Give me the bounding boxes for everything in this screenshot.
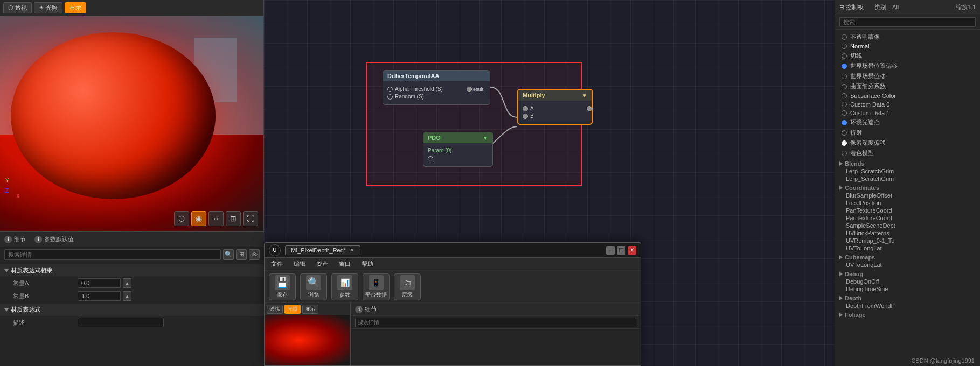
show-button[interactable]: 显示 xyxy=(65,2,86,13)
right-search-input[interactable] xyxy=(839,17,976,27)
mini-lighting-btn[interactable]: 光照 xyxy=(284,305,301,314)
world-tool-button[interactable]: ⊞ xyxy=(226,211,241,226)
bottom-viewport-mini[interactable]: 透视 光照 显示 xyxy=(265,303,351,365)
depth-from-world[interactable]: DepthFromWorldP xyxy=(835,302,980,309)
coord-localpos[interactable]: LocalPosition xyxy=(835,199,980,207)
window-minimize-button[interactable]: － xyxy=(606,246,615,255)
category-coordinates[interactable]: Coordinates xyxy=(835,184,980,192)
bottom-menubar: 文件 编辑 资产 窗口 帮助 xyxy=(265,258,641,271)
right-item-world-disp[interactable]: 世界场景位移 xyxy=(835,71,980,81)
constant-a-input[interactable] xyxy=(78,278,121,288)
blends-item-lerp1[interactable]: Lerp_ScratchGrim xyxy=(835,167,980,175)
section-material-multiply[interactable]: 材质表达式相乘 xyxy=(0,264,264,277)
right-panel: ⊞ 控制板 类别：All 缩放1:1 不透明蒙像 Normal 切线 世界场景位… xyxy=(835,0,980,366)
bottom-props-search xyxy=(351,316,641,329)
blends-item-lerp2[interactable]: Lerp_ScratchGrim xyxy=(835,175,980,182)
lighting-button[interactable]: ☀ 光照 xyxy=(34,2,62,13)
save-label: 保存 xyxy=(277,291,288,299)
properties-search-input[interactable] xyxy=(4,249,221,260)
snap-tool-button[interactable]: ⛶ xyxy=(243,211,258,226)
right-item-opacity[interactable]: 不透明蒙像 xyxy=(835,32,980,42)
dot-custom1 xyxy=(842,110,847,116)
description-input[interactable] xyxy=(78,318,164,327)
rotate-tool-button[interactable]: ◉ xyxy=(191,211,206,226)
scale-tool-button[interactable]: ↔ xyxy=(208,211,224,226)
pdo-out-pin[interactable] xyxy=(428,156,433,161)
coord-uvtolonglat[interactable]: UVToLongLat xyxy=(835,244,980,252)
category-blends[interactable]: Blends xyxy=(835,159,980,167)
menu-window[interactable]: 窗口 xyxy=(337,259,353,269)
bottom-search-input[interactable] xyxy=(355,318,636,327)
description-label: 描述 xyxy=(13,319,78,327)
node-multiply[interactable]: Multiply ▼ A B xyxy=(517,89,593,125)
search-icon-button[interactable]: 🔍 xyxy=(223,249,234,260)
constant-b-input[interactable] xyxy=(78,291,121,301)
right-item-pixel-depth[interactable]: 像素深度偏移 xyxy=(835,138,980,148)
right-item-refraction[interactable]: 折射 xyxy=(835,128,980,138)
dither-title: DitherTemporalAA xyxy=(387,73,439,79)
debug-onoff[interactable]: DebugOnOff xyxy=(835,278,980,285)
constant-b-spin[interactable]: ▲ xyxy=(123,291,131,301)
grid-view-button[interactable]: ⊞ xyxy=(236,249,247,260)
window-maximize-button[interactable]: □ xyxy=(617,246,625,255)
right-item-tangent[interactable]: 切线 xyxy=(835,51,980,61)
right-item-subsurface[interactable]: Subsurface Color xyxy=(835,92,980,100)
category-debug[interactable]: Debug xyxy=(835,270,980,278)
window-tab-active[interactable]: MI_PixelDepth_Red* ✕ xyxy=(285,245,360,255)
params-label: 参数 xyxy=(339,291,350,299)
pin-b-in[interactable] xyxy=(523,114,528,119)
pin-alpha-threshold-in[interactable] xyxy=(387,87,393,92)
menu-assets[interactable]: 资产 xyxy=(314,259,330,269)
node-dither-temporal-aa[interactable]: DitherTemporalAA Alpha Threshold (S) Res… xyxy=(383,70,490,105)
viewport-canvas[interactable]: X Y Z ⬡ ◉ ↔ ⊞ ⛶ xyxy=(0,16,263,231)
right-item-shading[interactable]: 着色模型 xyxy=(835,148,980,158)
pin-out[interactable] xyxy=(587,106,592,111)
save-button[interactable]: 💾 保存 xyxy=(269,273,296,300)
debug-timesine[interactable]: DebugTimeSine xyxy=(835,285,980,293)
right-item-world-offset[interactable]: 世界场景位置偏移 xyxy=(835,61,980,71)
menu-file[interactable]: 文件 xyxy=(269,259,285,269)
params-button[interactable]: 📊 参数 xyxy=(331,273,358,300)
constant-a-spin[interactable]: ▲ xyxy=(123,278,131,288)
cubemaps-arrow xyxy=(839,255,843,259)
bottom-props-label: 细节 xyxy=(365,305,377,313)
menu-help[interactable]: 帮助 xyxy=(359,259,376,269)
node-pdo[interactable]: PDO ▼ Param (0) xyxy=(423,132,493,167)
browse-button[interactable]: 🔍 浏览 xyxy=(300,273,327,300)
right-item-ao[interactable]: 环境光遮挡 xyxy=(835,117,980,128)
perspective-button[interactable]: ⬡ 透视 xyxy=(3,2,32,13)
tab-details[interactable]: ℹ 细节 xyxy=(4,235,26,243)
pin-random-in[interactable] xyxy=(387,94,393,100)
coord-pan2[interactable]: PanTextureCoord xyxy=(835,214,980,222)
tab-defaults[interactable]: ℹ 参数默认值 xyxy=(34,235,74,243)
pin-a-in[interactable] xyxy=(523,106,528,111)
section-material-expression[interactable]: 材质表达式 xyxy=(0,304,264,316)
coord-uvremap[interactable]: UVRemap_0-1_To xyxy=(835,237,980,244)
hierarchy-button[interactable]: 🗂 层级 xyxy=(394,273,421,300)
tab-close-x[interactable]: ✕ xyxy=(350,248,355,253)
category-cubemaps[interactable]: Cubemaps xyxy=(835,253,980,261)
window-close-button[interactable]: ✕ xyxy=(628,246,636,255)
foliage-arrow xyxy=(839,313,843,317)
hierarchy-icon: 🗂 xyxy=(400,275,415,290)
category-depth[interactable]: Depth xyxy=(835,294,980,302)
tangent-label: 切线 xyxy=(850,52,862,60)
hierarchy-label: 层级 xyxy=(402,291,413,299)
cubemap-item[interactable]: UVToLongLat xyxy=(835,261,980,269)
category-foliage[interactable]: Foliage xyxy=(835,311,980,319)
coord-sample[interactable]: SampleSceneDept xyxy=(835,222,980,229)
eye-button[interactable]: 👁 xyxy=(249,249,260,260)
right-item-custom0[interactable]: Custom Data 0 xyxy=(835,100,980,109)
mini-show-btn[interactable]: 显示 xyxy=(302,305,318,314)
move-tool-button[interactable]: ⬡ xyxy=(174,211,189,226)
coord-blur[interactable]: BlurSampleOffset: xyxy=(835,192,980,199)
right-item-normal[interactable]: Normal xyxy=(835,42,980,51)
right-item-tess[interactable]: 曲面细分系数 xyxy=(835,81,980,92)
coord-uvbrick[interactable]: UVBrickPatterns xyxy=(835,229,980,237)
right-item-custom1[interactable]: Custom Data 1 xyxy=(835,109,980,117)
menu-edit[interactable]: 编辑 xyxy=(291,259,308,269)
coord-pan1[interactable]: PanTextureCoord xyxy=(835,207,980,214)
platform-button[interactable]: 📱 平台数据 xyxy=(363,273,390,300)
dot-subsurface xyxy=(842,93,847,98)
mini-perspective-btn[interactable]: 透视 xyxy=(267,305,283,314)
